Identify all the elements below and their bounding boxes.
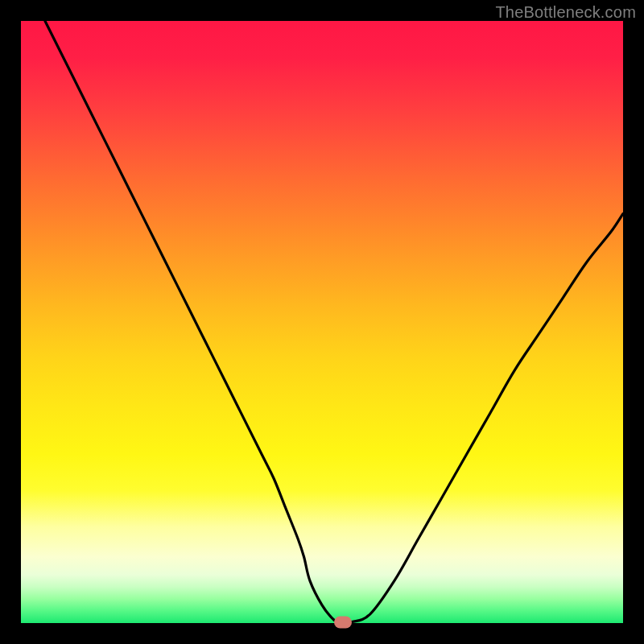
plot-area: [21, 21, 623, 623]
optimal-point-marker: [334, 616, 352, 628]
bottleneck-curve: [21, 21, 623, 623]
watermark-text: TheBottleneck.com: [495, 3, 636, 22]
chart-frame: TheBottleneck.com: [0, 0, 644, 644]
